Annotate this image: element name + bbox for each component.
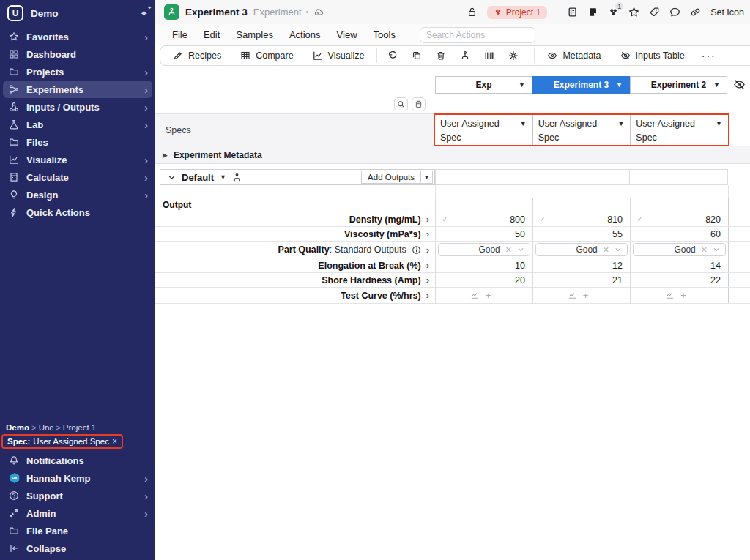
sidebar-item-support[interactable]: Support › [0,487,155,504]
barcode-button[interactable] [477,46,501,65]
hide-columns-button[interactable] [733,78,748,92]
empty-cell[interactable] [532,169,630,185]
cell-density-exp3b[interactable]: ✓810 [532,212,630,226]
spec-dropdown-experiment-3b[interactable]: User Assigned Spec ▼ [533,115,631,145]
sidebar-item-file-pane[interactable]: File Pane [0,522,155,540]
comment-icon[interactable] [669,7,680,18]
search-rows-button[interactable] [394,97,408,111]
cell-density-exp3a[interactable]: ✓800 [435,212,532,226]
link-icon[interactable] [690,7,701,18]
compare-button[interactable]: Compare [231,46,302,65]
plus-icon[interactable]: + [680,290,686,301]
cell-shore-exp3a[interactable]: 20 [435,273,532,287]
clear-icon[interactable]: ✕ [505,245,512,255]
info-icon[interactable] [412,245,421,255]
search-actions-input[interactable] [420,27,535,43]
clear-icon[interactable]: ✕ [701,245,708,255]
tab-experiment-3[interactable]: Experiment 3▼ [532,76,630,94]
sidebar-item-visualize[interactable]: Visualize › [0,151,155,168]
cell-viscosity-exp2[interactable]: 60 [630,227,728,241]
close-icon[interactable]: × [112,436,117,447]
spec-dropdown-experiment-2[interactable]: User Assigned Spec ▼ [631,115,728,145]
menu-tools[interactable]: Tools [365,29,404,40]
overflow-menu-button[interactable]: ··· [694,50,724,61]
sidebar-item-user[interactable]: HK Hannah Kemp › [0,469,155,487]
empty-cell[interactable] [630,169,728,185]
row-label-test-curve[interactable]: Test Curve (%/hrs) › [155,288,435,303]
quality-select[interactable]: Good ✕ [438,243,530,256]
undo-button[interactable] [380,46,404,65]
exp-filter-dropdown[interactable]: Exp▼ [435,76,532,94]
bell-icon [9,455,19,466]
empty-cell[interactable] [435,169,532,185]
sidebar-item-files[interactable]: Files [0,133,155,151]
breadcrumb[interactable]: Demo>Unc>Project 1 [0,422,155,433]
spec-filter-chip[interactable]: Spec: User Assigned Spec × [1,434,123,449]
metadata-toggle-button[interactable]: Metadata [538,46,610,65]
cell-curve-exp3a[interactable]: + [435,288,532,303]
row-label-density[interactable]: Density (mg/mL) › [155,212,435,226]
add-outputs-button[interactable]: Add Outputs ▼ [361,171,433,184]
cell-viscosity-exp3b[interactable]: 55 [532,227,630,241]
tab-experiment-2[interactable]: Experiment 2▼ [630,76,727,94]
note-icon[interactable] [587,7,598,18]
cell-shore-exp3b[interactable]: 21 [532,273,630,287]
row-label-viscosity[interactable]: Viscosity (mPa*s) › [155,227,435,241]
question-circle-icon [9,490,19,501]
caret-down-icon: ▼ [519,81,525,89]
sidebar-item-experiments[interactable]: Experiments › [3,81,152,98]
cell-viscosity-exp3a[interactable]: 50 [435,227,532,241]
sidebar-item-collapse[interactable]: Collapse [0,540,155,557]
default-section-header[interactable]: Default ▼ Add Outputs ▼ [160,169,435,185]
delete-button[interactable] [428,46,453,65]
cell-curve-exp3b[interactable]: + [532,288,630,303]
menu-edit[interactable]: Edit [196,29,228,40]
menu-view[interactable]: View [329,29,365,40]
row-label-part-quality[interactable]: Part Quality: Standard Outputs › [155,242,435,258]
sidebar-item-inputs-outputs[interactable]: Inputs / Outputs › [0,98,155,116]
cell-elongation-exp3a[interactable]: 10 [435,258,532,272]
menu-actions[interactable]: Actions [281,29,329,40]
clipboard-button[interactable] [412,97,426,111]
row-label-shore-hardness[interactable]: Shore Hardness (Amp) › [155,273,435,287]
sidebar-item-design[interactable]: Design › [0,186,155,204]
cell-elongation-exp2[interactable]: 14 [630,258,728,272]
cell-density-exp2[interactable]: ✓820 [630,212,728,226]
sidebar-item-favorites[interactable]: Favorites › [0,28,155,45]
quality-select[interactable]: Good ✕ [535,243,628,256]
clear-icon[interactable]: ✕ [603,245,609,255]
settings-button[interactable] [501,46,525,65]
row-label-elongation[interactable]: Elongation at Break (%) › [155,258,435,272]
star-icon[interactable] [628,7,639,18]
cell-shore-exp2[interactable]: 22 [630,273,728,287]
sidebar-item-projects[interactable]: Projects › [0,63,155,81]
menu-file[interactable]: File [164,29,196,40]
inputs-table-toggle-button[interactable]: Inputs Table [611,46,694,65]
output-header-row: Output [155,198,750,212]
recipes-button[interactable]: Recipes [163,46,231,65]
plus-icon[interactable]: + [583,290,589,301]
tag-icon[interactable] [649,7,660,18]
spec-dropdown-experiment-3a[interactable]: User Assigned Spec ▼ [435,115,533,145]
visualize-button[interactable]: Visualize [303,46,374,65]
menu-samples[interactable]: Samples [228,29,281,40]
cell-elongation-exp3b[interactable]: 12 [532,258,630,272]
sparkles-icon[interactable]: ✦✦ [140,8,148,19]
experiment-metadata-row[interactable]: ▶ Experiment Metadata [155,146,750,164]
linked-items-icon[interactable]: 1 [608,7,619,18]
unlock-icon[interactable] [467,7,478,18]
project-badge[interactable]: Project 1 [487,6,547,19]
hierarchy-button[interactable] [453,46,477,65]
plus-icon[interactable]: + [486,290,491,301]
set-icon-button[interactable]: Set Icon [710,7,744,18]
sidebar-item-calculate[interactable]: Calculate › [0,168,155,186]
quality-select[interactable]: Good ✕ [633,243,726,256]
sidebar-item-quick-actions[interactable]: Quick Actions [0,204,155,221]
sidebar-item-dashboard[interactable]: Dashboard [0,45,155,63]
sidebar-item-admin[interactable]: Admin › [0,504,155,522]
cell-curve-exp2[interactable]: + [630,288,728,303]
copy-button[interactable] [404,46,428,65]
journal-icon[interactable] [567,7,578,18]
sidebar-item-lab[interactable]: Lab › [0,116,155,133]
sidebar-item-notifications[interactable]: Notifications [0,452,155,469]
